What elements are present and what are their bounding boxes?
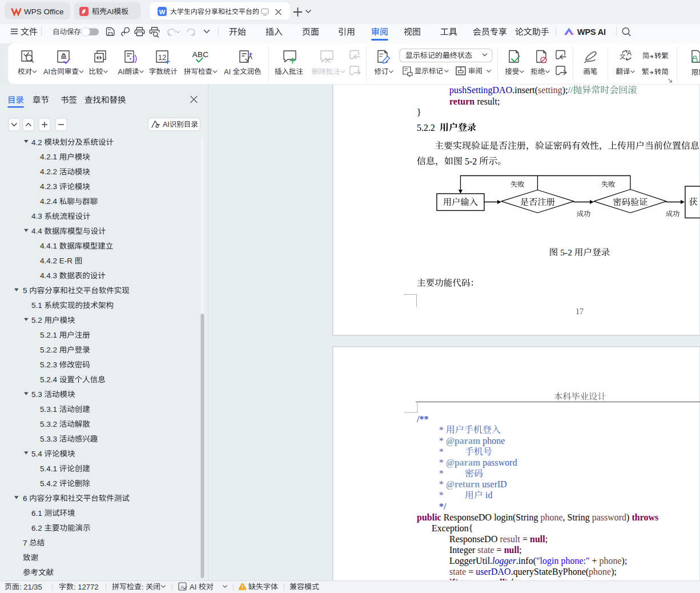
svg-text:4.4: 4.4 xyxy=(31,227,45,235)
svg-text:AI: AI xyxy=(163,121,170,129)
svg-text:5.3.1: 5.3.1 xyxy=(40,405,59,414)
svg-text:5.2: 5.2 xyxy=(31,316,45,324)
svg-text:WPS AI: WPS AI xyxy=(577,27,606,37)
svg-text:5.2.4: 5.2.4 xyxy=(40,375,59,384)
svg-text:password: password xyxy=(592,512,626,523)
svg-text:5.3: 5.3 xyxy=(31,390,45,399)
svg-text:);: ); xyxy=(611,567,617,577)
svg-text:+: + xyxy=(589,556,599,566)
svg-text:result: result xyxy=(500,534,520,544)
svg-text:state: state xyxy=(449,567,466,576)
svg-text:public: public xyxy=(417,512,441,523)
svg-text:4.2.2: 4.2.2 xyxy=(40,167,59,176)
svg-text:4.2.1: 4.2.1 xyxy=(40,153,59,161)
svg-text:5.2.1: 5.2.1 xyxy=(40,331,59,339)
svg-text:5.4.1: 5.4.1 xyxy=(40,464,59,473)
svg-text:4.3: 4.3 xyxy=(31,212,45,221)
svg-text:12: 12 xyxy=(158,53,166,62)
svg-text:return: return xyxy=(449,97,474,106)
svg-text:5: 5 xyxy=(23,286,29,295)
svg-text:6.1: 6.1 xyxy=(31,509,45,518)
svg-text:5.1: 5.1 xyxy=(31,301,45,310)
svg-text:userDAO: userDAO xyxy=(476,567,510,576)
svg-text:.insert(: .insert( xyxy=(512,85,538,95)
svg-text:Integer: Integer xyxy=(449,545,477,555)
svg-text:}: } xyxy=(417,107,421,117)
svg-text:ResponseDO login(String: ResponseDO login(String xyxy=(441,512,541,523)
svg-text:phone: phone xyxy=(540,512,562,523)
svg-text:LoggerUtil.: LoggerUtil. xyxy=(449,556,492,566)
svg-text:17: 17 xyxy=(576,307,584,316)
svg-text:*: * xyxy=(439,447,444,456)
svg-text:password: password xyxy=(480,458,517,468)
svg-text:phone: phone xyxy=(589,567,611,577)
svg-text:phone: phone xyxy=(480,436,505,446)
svg-text:*: * xyxy=(439,490,444,500)
svg-text:4.2.3: 4.2.3 xyxy=(40,182,59,191)
svg-text:null: null xyxy=(530,534,545,544)
svg-text:AI: AI xyxy=(43,68,50,76)
svg-text:5-2: 5-2 xyxy=(462,157,479,166)
svg-text:);: ); xyxy=(562,85,568,95)
svg-text:logger: logger xyxy=(492,556,517,566)
svg-text:*: * xyxy=(439,479,446,489)
svg-text:userID: userID xyxy=(480,479,507,489)
svg-text:ResponseDO: ResponseDO xyxy=(449,534,500,544)
svg-text:@return: @return xyxy=(446,479,480,490)
svg-text:Exception{: Exception{ xyxy=(432,523,473,534)
svg-text:W: W xyxy=(159,9,166,15)
svg-text:pushSettingDAO: pushSettingDAO xyxy=(449,85,512,95)
svg-text:null: null xyxy=(504,545,520,555)
svg-text:/**: /** xyxy=(416,414,428,424)
svg-text::: : xyxy=(142,583,146,591)
svg-text:id: id xyxy=(483,490,492,500)
svg-text:4.4.2 E-R: 4.4.2 E-R xyxy=(40,257,75,265)
svg-text:4.2: 4.2 xyxy=(31,138,45,147)
svg-text:=: = xyxy=(466,567,476,576)
svg-text:ABC: ABC xyxy=(192,50,209,59)
svg-text:5-2: 5-2 xyxy=(558,247,574,257)
svg-text:6: 6 xyxy=(23,494,29,503)
svg-text:7: 7 xyxy=(23,539,29,547)
svg-text:AI: AI xyxy=(118,68,125,76)
svg-text:;: ; xyxy=(519,545,521,555)
svg-text:.info(: .info( xyxy=(516,556,536,566)
svg-text:5.2.2: 5.2.2 xyxy=(40,346,59,354)
svg-text:"login phone:": "login phone:" xyxy=(536,556,590,566)
svg-text:*/: */ xyxy=(439,502,446,511)
svg-text:.queryStateByPhone(: .queryStateByPhone( xyxy=(511,567,589,577)
svg-text:, String: , String xyxy=(563,512,592,523)
svg-text:AI: AI xyxy=(224,68,232,76)
svg-text:@param: @param xyxy=(446,458,481,468)
svg-text:6.2: 6.2 xyxy=(31,524,45,532)
svg-text:*: * xyxy=(439,425,446,435)
svg-text:): ) xyxy=(626,512,631,523)
svg-text:;: ; xyxy=(545,534,548,544)
svg-text:setting: setting xyxy=(538,85,562,95)
svg-text:=: = xyxy=(494,545,504,555)
svg-text:5.2.3: 5.2.3 xyxy=(40,360,59,369)
svg-text:throws: throws xyxy=(631,512,658,522)
svg-text:phone: phone xyxy=(599,556,621,566)
svg-text:AI: AI xyxy=(190,583,199,591)
svg-text:5.4: 5.4 xyxy=(31,450,45,458)
svg-text:state: state xyxy=(477,545,494,555)
svg-text:A: A xyxy=(627,49,631,57)
svg-text:5.2.2: 5.2.2 xyxy=(417,123,440,133)
svg-text:4.4.3: 4.4.3 xyxy=(40,271,59,280)
svg-text:5.3.2: 5.3.2 xyxy=(40,420,59,428)
svg-text:);: ); xyxy=(622,556,627,566)
svg-text:4.2.4: 4.2.4 xyxy=(40,197,59,206)
svg-text:5.3.3: 5.3.3 xyxy=(40,435,59,443)
svg-text:*: * xyxy=(439,468,444,478)
svg-text:*: * xyxy=(439,458,446,467)
svg-text:=: = xyxy=(520,534,530,544)
svg-text:: 12772: : 12772 xyxy=(74,583,98,591)
svg-text:AI: AI xyxy=(107,7,114,16)
svg-text:: 21/35: : 21/35 xyxy=(19,583,42,591)
svg-text:WPS Office: WPS Office xyxy=(24,7,64,16)
svg-text:5.4.2: 5.4.2 xyxy=(40,479,59,488)
svg-text:!: ! xyxy=(242,584,243,590)
svg-text:*: * xyxy=(439,436,446,446)
svg-text://: // xyxy=(568,85,573,95)
